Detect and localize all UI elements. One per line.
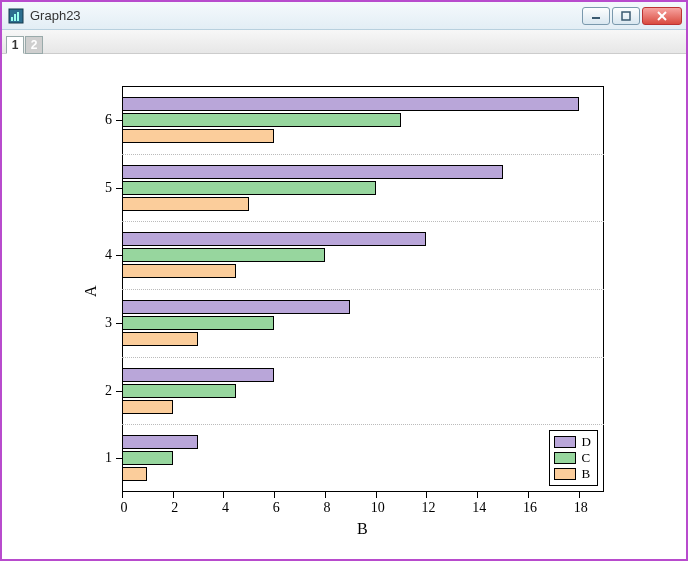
titlebar[interactable]: Graph23 [2,2,686,30]
x-tick-label: 12 [418,500,438,516]
chart[interactable]: 024681012141618123456BADCB [4,56,684,557]
bar-d [122,435,198,449]
bar-b [122,129,274,143]
window-title: Graph23 [30,8,582,23]
y-axis-label: A [82,285,100,297]
y-tick-label: 6 [105,112,112,128]
bar-c [122,113,401,127]
y-tick-label: 3 [105,315,112,331]
x-axis-label: B [357,520,368,538]
tab-strip: 1 2 [2,30,686,54]
bar-b [122,400,173,414]
x-tick-label: 18 [571,500,591,516]
y-tick-label: 5 [105,180,112,196]
x-tick-label: 4 [215,500,235,516]
window-frame: Graph23 1 2 024681012141618123456BADCB [0,0,688,561]
gridline [122,357,604,358]
legend-label: C [582,450,591,466]
svg-rect-5 [622,12,630,20]
x-tick-label: 8 [317,500,337,516]
window-controls [582,7,682,25]
x-tick [173,492,174,498]
x-tick [477,492,478,498]
gridline [122,154,604,155]
bar-d [122,368,274,382]
y-tick-label: 2 [105,383,112,399]
svg-rect-1 [11,17,13,21]
legend: DCB [549,430,598,486]
gridline [122,221,604,222]
bar-d [122,97,579,111]
legend-item: B [554,466,591,482]
x-tick-label: 14 [469,500,489,516]
legend-label: D [582,434,591,450]
tab-2[interactable]: 2 [25,36,43,54]
x-tick [579,492,580,498]
minimize-button[interactable] [582,7,610,25]
gridline [122,289,604,290]
x-tick [223,492,224,498]
x-tick [122,492,123,498]
bar-d [122,300,350,314]
bar-c [122,384,236,398]
x-tick-label: 2 [165,500,185,516]
x-tick [274,492,275,498]
client-area: 024681012141618123456BADCB [4,56,684,557]
legend-item: D [554,434,591,450]
bar-c [122,181,376,195]
y-tick-label: 4 [105,247,112,263]
bar-b [122,264,236,278]
bar-d [122,232,426,246]
bar-c [122,316,274,330]
bar-c [122,451,173,465]
x-tick-label: 10 [368,500,388,516]
bar-b [122,467,147,481]
x-tick-label: 0 [114,500,134,516]
bar-b [122,197,249,211]
x-tick [325,492,326,498]
bar-c [122,248,325,262]
app-icon [8,8,24,24]
x-tick-label: 6 [266,500,286,516]
bar-d [122,165,503,179]
gridline [122,424,604,425]
legend-swatch [554,436,576,448]
legend-label: B [582,466,591,482]
close-button[interactable] [642,7,682,25]
legend-item: C [554,450,591,466]
x-tick [528,492,529,498]
svg-rect-3 [17,12,19,21]
maximize-button[interactable] [612,7,640,25]
svg-rect-2 [14,14,16,21]
y-tick-label: 1 [105,450,112,466]
bar-b [122,332,198,346]
x-tick [426,492,427,498]
x-tick [376,492,377,498]
tab-1[interactable]: 1 [6,36,24,54]
legend-swatch [554,452,576,464]
legend-swatch [554,468,576,480]
x-tick-label: 16 [520,500,540,516]
